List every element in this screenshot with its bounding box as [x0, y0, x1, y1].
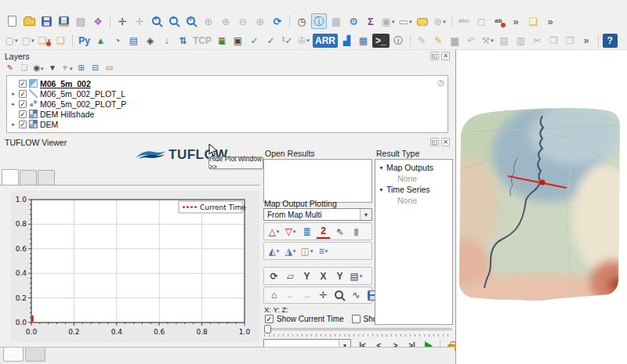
- tab-cross-section[interactable]: [20, 170, 37, 185]
- layer-item-m06-5m-002-plot-p[interactable]: ▸ ✓ M06_5m_002_PLOT_P: [7, 99, 448, 109]
- freeze-y-axis-button[interactable]: Y: [332, 268, 347, 283]
- arr-tool-button[interactable]: ARR: [313, 34, 338, 48]
- collapse-all-button[interactable]: ⊟: [89, 63, 101, 74]
- secondary-axis-button[interactable]: 2: [316, 224, 331, 239]
- close-panel-icon[interactable]: ✕: [441, 138, 450, 146]
- expand-all-button[interactable]: ⊞: [74, 63, 87, 74]
- snapping-options-button[interactable]: ✇▾: [296, 34, 311, 48]
- chevron-down-icon[interactable]: ▼: [379, 187, 386, 193]
- help-button[interactable]: ?: [603, 34, 618, 48]
- slider-handle[interactable]: [264, 325, 271, 333]
- save-project-as-button[interactable]: [56, 13, 71, 29]
- map-output-plotting-combo[interactable]: From Map Multi ▼: [263, 208, 372, 221]
- open-layer-styling-button[interactable]: ✎: [4, 63, 16, 74]
- layer-item-dem-hillshade[interactable]: ✓ DEM Hillshade: [7, 109, 448, 119]
- float-panel-icon[interactable]: ◱: [430, 52, 439, 60]
- chevron-down-icon[interactable]: ▼: [360, 209, 371, 220]
- measure-button[interactable]: ▭▾: [397, 13, 413, 29]
- home-view-button[interactable]: ⌂: [266, 288, 281, 303]
- clear-plot-button[interactable]: ▱: [283, 268, 298, 283]
- download-data-button[interactable]: ↓: [159, 34, 174, 48]
- deselect-features-button[interactable]: ▢▾: [20, 34, 35, 48]
- plot-type-button-2[interactable]: ◮▾: [283, 243, 298, 258]
- pan-map-button[interactable]: ✛: [114, 13, 130, 29]
- time-series-plot[interactable]: 0.00.20.40.60.81.00.00.20.40.60.81.0Curr…: [11, 191, 259, 342]
- check-one-button[interactable]: ¹✓: [280, 34, 295, 48]
- open-project-button[interactable]: [21, 13, 37, 29]
- toolbar-overflow-button-3[interactable]: »: [579, 34, 594, 48]
- zoom-plot-button[interactable]: [332, 288, 347, 303]
- save-project-button[interactable]: [38, 13, 54, 29]
- zoom-out-button[interactable]: [166, 13, 182, 29]
- remove-layer-button[interactable]: ▭: [103, 63, 115, 74]
- move-label-button[interactable]: ❏: [53, 34, 68, 48]
- db-manager-button[interactable]: ▤: [126, 34, 141, 48]
- layer-item-dem[interactable]: ▸ ✓ DEM: [7, 119, 448, 129]
- layer-visibility-checkbox[interactable]: ✓: [19, 110, 27, 118]
- toolbar-extender-button[interactable]: ▮: [349, 224, 364, 239]
- result-item-m06-5m-002[interactable]: [266, 161, 369, 163]
- tree-node-time-series[interactable]: ▼ Time Series: [377, 184, 451, 195]
- open-attribute-table-button[interactable]: ▦: [328, 13, 344, 29]
- python-terminal-button[interactable]: >_: [372, 34, 390, 48]
- close-panel-icon[interactable]: ✕: [441, 52, 450, 60]
- toggle-editing-button[interactable]: ✎: [431, 34, 446, 48]
- refresh-map-button[interactable]: ⟳: [270, 13, 285, 29]
- statistics-panel-button[interactable]: Σ: [363, 13, 379, 29]
- freeze-x-axis-button[interactable]: X: [316, 268, 331, 283]
- manage-layers-button[interactable]: ❏: [525, 13, 541, 29]
- map-window-button[interactable]: ▣: [230, 34, 245, 48]
- toolbar-overflow-button[interactable]: »: [508, 13, 524, 29]
- refresh-plot-button[interactable]: ⟳: [266, 268, 281, 283]
- new-map-view-button[interactable]: ▣▾: [380, 13, 396, 29]
- cut-features-button[interactable]: ✂: [530, 34, 545, 48]
- check-settings-button[interactable]: ✓: [263, 34, 278, 48]
- zoom-to-layer-button[interactable]: ⊕: [218, 13, 234, 29]
- zoom-to-selection-button[interactable]: ⊕: [201, 13, 216, 29]
- checkbox[interactable]: ✓: [265, 315, 274, 323]
- text-list-options-button[interactable]: ≡▾: [316, 243, 331, 258]
- zoom-in-button[interactable]: [149, 13, 165, 29]
- hide-plot-window-button[interactable]: Hide Plot Window >>: [208, 157, 263, 169]
- zoom-full-extent-button[interactable]: [183, 13, 199, 29]
- copy-features-button[interactable]: ❐: [546, 34, 561, 48]
- layer-visibility-checkbox[interactable]: ✓: [19, 80, 27, 88]
- select-by-value-button[interactable]: ❏▾: [37, 34, 52, 48]
- new-project-button[interactable]: [4, 13, 20, 29]
- add-group-button[interactable]: ❏: [18, 63, 31, 74]
- toolbar-overflow-button-2[interactable]: »: [542, 13, 558, 29]
- cursor-tracking-button[interactable]: ⇖: [332, 224, 347, 239]
- pan-plot-button[interactable]: ✛: [316, 288, 331, 303]
- slider-track[interactable]: [264, 328, 452, 330]
- identify-features-button[interactable]: ⓘ: [311, 13, 327, 29]
- plot-options-button[interactable]: ∿: [349, 288, 364, 303]
- select-features-button[interactable]: ▢▾: [4, 34, 19, 48]
- manage-map-themes-button[interactable]: ◉▾: [32, 63, 45, 74]
- form-annotation-button[interactable]: ◻: [473, 13, 489, 29]
- grid-matrix-button[interactable]: ▦: [356, 34, 371, 48]
- layer-expander-icon[interactable]: ▸: [10, 91, 16, 97]
- current-edits-button[interactable]: ✎: [415, 34, 429, 48]
- plot-flux-button[interactable]: ≣: [299, 224, 314, 239]
- forward-view-button[interactable]: →: [299, 288, 314, 303]
- text-annotation-button[interactable]: abc: [456, 13, 472, 29]
- tab-vertical-profile[interactable]: [38, 170, 55, 185]
- tab-time-series[interactable]: [2, 169, 19, 185]
- plot-type-button-3[interactable]: ◫▾: [299, 243, 314, 258]
- time-slider[interactable]: [264, 325, 452, 333]
- back-view-button[interactable]: ←: [283, 288, 298, 303]
- freeze-axis-limits-button[interactable]: Y: [299, 268, 314, 283]
- save-edits-button[interactable]: ▆: [448, 34, 462, 48]
- pan-to-selection-button[interactable]: ✛: [132, 13, 147, 29]
- layer-expander-icon[interactable]: ▸: [10, 121, 16, 128]
- new-print-layout-button[interactable]: ▤: [73, 13, 89, 29]
- delete-selected-button[interactable]: ▥: [513, 34, 528, 48]
- plot-cross-section-button[interactable]: ▽▾: [283, 224, 298, 239]
- processing-toolbox-button[interactable]: ⚙: [346, 13, 361, 29]
- layer-visibility-checkbox[interactable]: ✓: [19, 121, 27, 128]
- georeferencer-button[interactable]: ⊚▾: [432, 13, 448, 29]
- modify-attributes-button[interactable]: ▨: [497, 34, 512, 48]
- layer-item-m06-5m-002-plot-l[interactable]: ▸ ✓ M06_5m_002_PLOT_L: [7, 88, 448, 99]
- plot-timeseries-button[interactable]: △▾: [266, 224, 281, 239]
- map-tips-button[interactable]: [415, 13, 430, 29]
